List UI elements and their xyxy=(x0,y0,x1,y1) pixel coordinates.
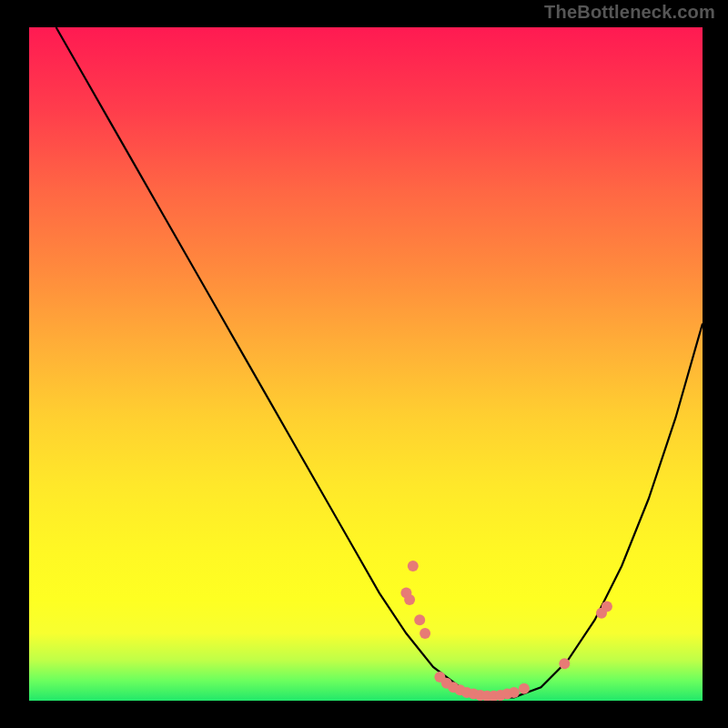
data-points xyxy=(400,561,612,701)
data-point xyxy=(559,658,570,669)
data-point xyxy=(519,683,530,694)
bottleneck-curve xyxy=(56,27,703,697)
data-point xyxy=(408,561,419,571)
data-point xyxy=(509,687,520,698)
data-point xyxy=(420,628,430,639)
data-point xyxy=(404,594,415,605)
chart-canvas: TheBottleneck.com xyxy=(0,0,728,728)
data-point xyxy=(414,614,425,625)
attribution-text: TheBottleneck.com xyxy=(544,2,715,23)
plot-area xyxy=(29,27,703,701)
chart-svg xyxy=(29,27,703,701)
data-point xyxy=(602,601,612,612)
